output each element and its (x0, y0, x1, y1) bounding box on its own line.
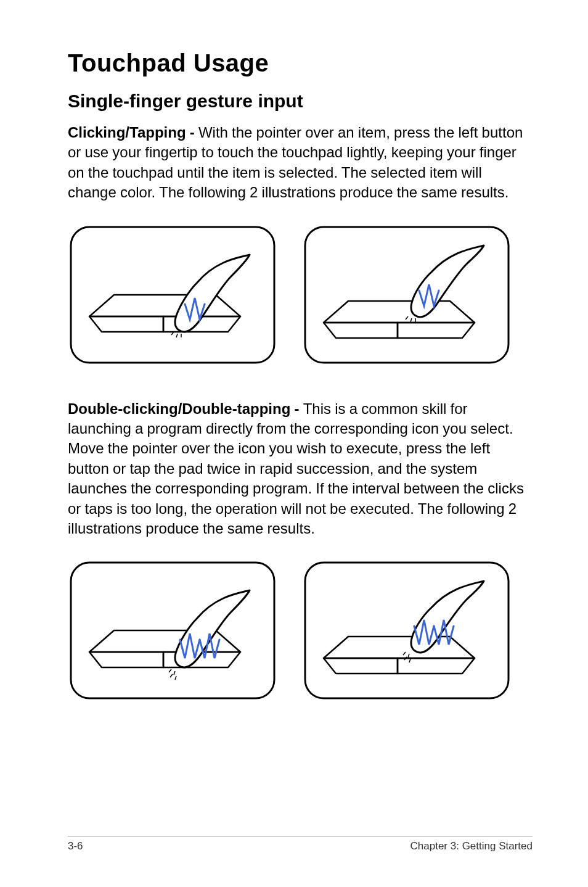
footer-separator (68, 836, 533, 836)
illustration-row-clicking (68, 224, 533, 366)
svg-line-9 (169, 669, 171, 672)
page-footer: 3-6 Chapter 3: Getting Started (68, 836, 533, 852)
chapter-label: Chapter 3: Getting Started (410, 840, 533, 852)
body-double-clicking: This is a common skill for launching a p… (68, 400, 524, 537)
illustration-tap-surface (302, 224, 512, 366)
lead-double-clicking: Double-clicking/Double-tapping - (68, 400, 303, 417)
svg-line-6 (410, 318, 412, 322)
svg-line-5 (406, 316, 408, 320)
page-number: 3-6 (68, 840, 83, 852)
svg-line-11 (170, 674, 173, 677)
page-title: Touchpad Usage (68, 49, 533, 77)
illustration-double-tap-surface (302, 559, 512, 701)
illustration-click-left-button (68, 224, 277, 366)
svg-line-17 (409, 659, 410, 662)
paragraph-double-clicking: Double-clicking/Double-tapping - This is… (68, 399, 533, 539)
svg-line-12 (175, 676, 176, 680)
svg-line-15 (408, 654, 409, 658)
svg-line-14 (403, 652, 406, 655)
paragraph-clicking: Clicking/Tapping - With the pointer over… (68, 123, 533, 203)
illustration-row-double-clicking (68, 559, 533, 701)
svg-line-2 (176, 334, 178, 337)
lead-clicking: Clicking/Tapping - (68, 124, 198, 141)
svg-line-10 (174, 671, 175, 675)
illustration-double-click-left-button (68, 559, 277, 701)
section-heading: Single-finger gesture input (68, 91, 533, 112)
